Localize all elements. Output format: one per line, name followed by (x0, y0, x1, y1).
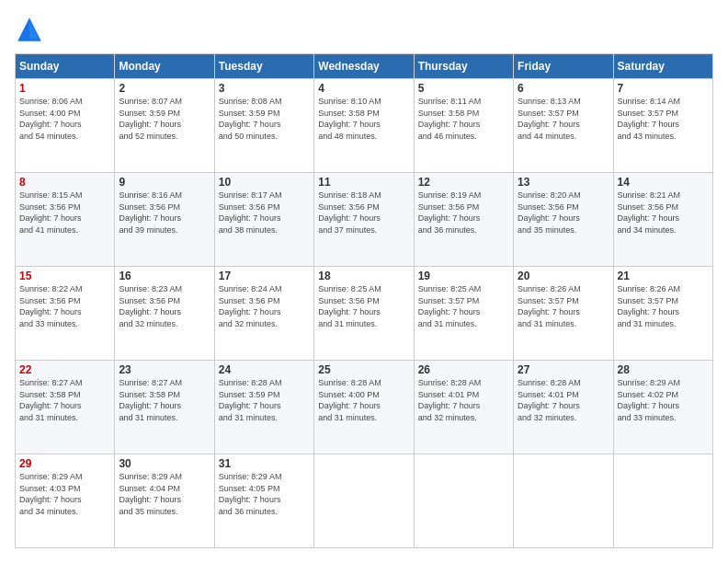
day-number: 6 (518, 82, 609, 95)
day-info: Sunrise: 8:23 AM Sunset: 3:56 PM Dayligh… (119, 283, 210, 329)
day-info: Sunrise: 8:28 AM Sunset: 4:00 PM Dayligh… (318, 377, 409, 423)
calendar-cell (514, 454, 613, 548)
day-number: 7 (618, 82, 709, 95)
day-info: Sunrise: 8:13 AM Sunset: 3:57 PM Dayligh… (518, 96, 609, 142)
weekday-header-wednesday: Wednesday (314, 54, 414, 79)
day-number: 18 (318, 270, 409, 282)
calendar-cell: 13 Sunrise: 8:20 AM Sunset: 3:56 PM Dayl… (514, 173, 613, 267)
day-number: 8 (19, 176, 110, 189)
day-number: 10 (219, 176, 310, 189)
calendar-table: SundayMondayTuesdayWednesdayThursdayFrid… (15, 53, 713, 548)
day-number: 24 (219, 363, 310, 376)
day-info: Sunrise: 8:16 AM Sunset: 3:56 PM Dayligh… (119, 190, 210, 236)
calendar-cell: 15 Sunrise: 8:22 AM Sunset: 3:56 PM Dayl… (16, 267, 115, 361)
calendar-cell: 16 Sunrise: 8:23 AM Sunset: 3:56 PM Dayl… (115, 267, 214, 361)
day-number: 1 (19, 82, 110, 95)
day-number: 26 (418, 363, 509, 376)
day-info: Sunrise: 8:14 AM Sunset: 3:57 PM Dayligh… (618, 96, 709, 142)
day-info: Sunrise: 8:21 AM Sunset: 3:56 PM Dayligh… (618, 190, 709, 236)
day-info: Sunrise: 8:27 AM Sunset: 3:58 PM Dayligh… (119, 377, 210, 423)
weekday-header-row: SundayMondayTuesdayWednesdayThursdayFrid… (16, 54, 713, 79)
day-info: Sunrise: 8:19 AM Sunset: 3:56 PM Dayligh… (418, 190, 509, 236)
week-row-3: 15 Sunrise: 8:22 AM Sunset: 3:56 PM Dayl… (16, 267, 713, 361)
day-info: Sunrise: 8:26 AM Sunset: 3:57 PM Dayligh… (518, 283, 609, 329)
calendar-cell: 12 Sunrise: 8:19 AM Sunset: 3:56 PM Dayl… (414, 173, 513, 267)
week-row-4: 22 Sunrise: 8:27 AM Sunset: 3:58 PM Dayl… (16, 361, 713, 454)
calendar-cell: 5 Sunrise: 8:11 AM Sunset: 3:58 PM Dayli… (414, 79, 513, 173)
header (15, 15, 713, 44)
weekday-header-thursday: Thursday (414, 54, 513, 79)
day-number: 9 (119, 176, 210, 189)
day-number: 12 (418, 176, 509, 189)
day-info: Sunrise: 8:17 AM Sunset: 3:56 PM Dayligh… (219, 190, 310, 236)
calendar-cell: 1 Sunrise: 8:06 AM Sunset: 4:00 PM Dayli… (16, 79, 115, 173)
day-info: Sunrise: 8:28 AM Sunset: 4:01 PM Dayligh… (418, 377, 509, 423)
calendar-cell: 30 Sunrise: 8:29 AM Sunset: 4:04 PM Dayl… (115, 454, 214, 548)
calendar-cell: 24 Sunrise: 8:28 AM Sunset: 3:59 PM Dayl… (214, 361, 313, 454)
calendar-cell: 4 Sunrise: 8:10 AM Sunset: 3:58 PM Dayli… (314, 79, 414, 173)
day-info: Sunrise: 8:18 AM Sunset: 3:56 PM Dayligh… (318, 190, 409, 236)
day-info: Sunrise: 8:29 AM Sunset: 4:04 PM Dayligh… (119, 471, 210, 517)
day-number: 19 (418, 270, 509, 282)
calendar-cell: 9 Sunrise: 8:16 AM Sunset: 3:56 PM Dayli… (115, 173, 214, 267)
day-number: 25 (318, 363, 409, 376)
calendar-cell: 20 Sunrise: 8:26 AM Sunset: 3:57 PM Dayl… (514, 267, 613, 361)
calendar-cell: 29 Sunrise: 8:29 AM Sunset: 4:03 PM Dayl… (16, 454, 115, 548)
calendar-cell: 23 Sunrise: 8:27 AM Sunset: 3:58 PM Dayl… (115, 361, 214, 454)
calendar-cell: 10 Sunrise: 8:17 AM Sunset: 3:56 PM Dayl… (214, 173, 313, 267)
day-info: Sunrise: 8:24 AM Sunset: 3:56 PM Dayligh… (219, 283, 310, 329)
calendar-cell: 19 Sunrise: 8:25 AM Sunset: 3:57 PM Dayl… (414, 267, 513, 361)
day-info: Sunrise: 8:10 AM Sunset: 3:58 PM Dayligh… (318, 96, 409, 142)
day-info: Sunrise: 8:25 AM Sunset: 3:57 PM Dayligh… (418, 283, 509, 329)
day-info: Sunrise: 8:29 AM Sunset: 4:02 PM Dayligh… (618, 377, 709, 423)
day-number: 27 (518, 363, 609, 376)
day-number: 23 (119, 363, 210, 376)
week-row-1: 1 Sunrise: 8:06 AM Sunset: 4:00 PM Dayli… (16, 79, 713, 173)
day-number: 16 (119, 270, 210, 282)
calendar-cell: 22 Sunrise: 8:27 AM Sunset: 3:58 PM Dayl… (16, 361, 115, 454)
day-number: 13 (518, 176, 609, 189)
day-info: Sunrise: 8:20 AM Sunset: 3:56 PM Dayligh… (518, 190, 609, 236)
calendar-cell: 27 Sunrise: 8:28 AM Sunset: 4:01 PM Dayl… (514, 361, 613, 454)
weekday-header-tuesday: Tuesday (214, 54, 313, 79)
calendar-cell: 18 Sunrise: 8:25 AM Sunset: 3:56 PM Dayl… (314, 267, 414, 361)
day-info: Sunrise: 8:27 AM Sunset: 3:58 PM Dayligh… (19, 377, 110, 423)
day-number: 14 (618, 176, 709, 189)
weekday-header-monday: Monday (115, 54, 214, 79)
day-info: Sunrise: 8:25 AM Sunset: 3:56 PM Dayligh… (318, 283, 409, 329)
calendar-cell: 11 Sunrise: 8:18 AM Sunset: 3:56 PM Dayl… (314, 173, 414, 267)
calendar-cell: 14 Sunrise: 8:21 AM Sunset: 3:56 PM Dayl… (613, 173, 712, 267)
logo-icon (15, 15, 44, 44)
day-info: Sunrise: 8:15 AM Sunset: 3:56 PM Dayligh… (19, 190, 110, 236)
day-number: 4 (318, 82, 409, 95)
day-info: Sunrise: 8:29 AM Sunset: 4:05 PM Dayligh… (219, 471, 310, 517)
week-row-2: 8 Sunrise: 8:15 AM Sunset: 3:56 PM Dayli… (16, 173, 713, 267)
calendar-cell: 3 Sunrise: 8:08 AM Sunset: 3:59 PM Dayli… (214, 79, 313, 173)
calendar-cell: 25 Sunrise: 8:28 AM Sunset: 4:00 PM Dayl… (314, 361, 414, 454)
logo (15, 15, 48, 44)
day-info: Sunrise: 8:22 AM Sunset: 3:56 PM Dayligh… (19, 283, 110, 329)
day-number: 11 (318, 176, 409, 189)
day-number: 22 (19, 363, 110, 376)
day-number: 30 (119, 457, 210, 470)
weekday-header-saturday: Saturday (613, 54, 712, 79)
day-number: 17 (219, 270, 310, 282)
day-number: 2 (119, 82, 210, 95)
day-number: 20 (518, 270, 609, 282)
calendar-cell: 6 Sunrise: 8:13 AM Sunset: 3:57 PM Dayli… (514, 79, 613, 173)
calendar-cell: 28 Sunrise: 8:29 AM Sunset: 4:02 PM Dayl… (613, 361, 712, 454)
calendar-cell (414, 454, 513, 548)
week-row-5: 29 Sunrise: 8:29 AM Sunset: 4:03 PM Dayl… (16, 454, 713, 548)
day-number: 15 (19, 270, 110, 282)
day-info: Sunrise: 8:28 AM Sunset: 3:59 PM Dayligh… (219, 377, 310, 423)
calendar-cell: 26 Sunrise: 8:28 AM Sunset: 4:01 PM Dayl… (414, 361, 513, 454)
day-info: Sunrise: 8:06 AM Sunset: 4:00 PM Dayligh… (19, 96, 110, 142)
calendar-cell: 7 Sunrise: 8:14 AM Sunset: 3:57 PM Dayli… (613, 79, 712, 173)
day-number: 31 (219, 457, 310, 470)
calendar-cell: 2 Sunrise: 8:07 AM Sunset: 3:59 PM Dayli… (115, 79, 214, 173)
calendar-cell: 8 Sunrise: 8:15 AM Sunset: 3:56 PM Dayli… (16, 173, 115, 267)
day-number: 28 (618, 363, 709, 376)
calendar-cell (613, 454, 712, 548)
day-info: Sunrise: 8:28 AM Sunset: 4:01 PM Dayligh… (518, 377, 609, 423)
calendar-cell: 17 Sunrise: 8:24 AM Sunset: 3:56 PM Dayl… (214, 267, 313, 361)
